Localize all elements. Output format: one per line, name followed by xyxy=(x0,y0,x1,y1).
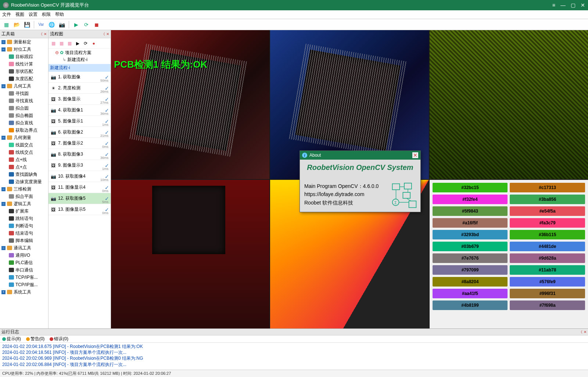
toolbox-item[interactable]: PLC通信 xyxy=(0,259,48,266)
collapse-icon[interactable]: 《 ✕ xyxy=(579,330,587,335)
color-swatch[interactable]: #996f31 xyxy=(510,289,585,298)
toolbox-item[interactable]: 边缘宽度测量 xyxy=(0,178,48,185)
flow-step[interactable]: 🖼5. 图像显示1✓1ms xyxy=(49,116,111,127)
flow-step[interactable]: 📷4. 获取图像1✓36ms xyxy=(49,105,111,116)
toolbox-item[interactable]: 灰度匹配 xyxy=(0,75,48,82)
hamburger-icon[interactable]: ≡ xyxy=(552,2,555,8)
flow-step[interactable]: 📷8. 获取图像3✓36ms xyxy=(49,149,111,160)
toolbox-category[interactable]: +系统工具 xyxy=(0,288,48,296)
color-swatch[interactable]: #7f698a xyxy=(510,300,585,310)
flow-step[interactable]: 🖼13. 图像显示5✓0ms xyxy=(49,204,111,215)
toolbox-item[interactable]: 寻找圆 xyxy=(0,90,48,97)
toolbox-category[interactable]: −几何测量 xyxy=(0,134,48,141)
flow-step[interactable]: 📷10. 获取图像4✓10ms xyxy=(49,171,111,182)
log-body[interactable]: 2024-01-02 20:04:18.675 [INFO] - RoobetV… xyxy=(0,343,588,370)
color-swatch[interactable]: #4b8199 xyxy=(433,300,508,310)
toolbox-item[interactable]: 点+点 xyxy=(0,163,48,171)
toolbox-category[interactable]: −几何工具 xyxy=(0,82,48,90)
about-close-icon[interactable]: ✕ xyxy=(412,152,418,158)
fc-record-icon[interactable]: ● xyxy=(90,40,97,47)
flow-step[interactable]: 📷6. 获取图像2✓21ms xyxy=(49,127,111,138)
view-cell-6[interactable]: #32bc15#c17313#f32fe4#3ba856#5f9843#e54f… xyxy=(430,180,588,329)
toolbox-category[interactable]: −三维检测 xyxy=(0,185,48,193)
color-swatch[interactable]: #03b679 xyxy=(433,242,508,251)
toolbox-item[interactable]: 拟合直线 xyxy=(0,119,48,127)
toolbox-item[interactable]: 寻找直线 xyxy=(0,97,48,104)
toolbox-item[interactable]: 线线交点 xyxy=(0,149,48,156)
toolbox-item[interactable]: TCP/IP服... xyxy=(0,281,48,288)
maximize-icon[interactable]: ▢ xyxy=(571,2,576,8)
collapse-icon[interactable]: 《 ✕ xyxy=(39,32,47,37)
color-swatch[interactable]: #e54f5a xyxy=(510,206,585,216)
toolbox-item[interactable]: 线性计算 xyxy=(0,60,48,68)
toolbox-item[interactable]: 点+线 xyxy=(0,156,48,163)
view-cell-1[interactable]: PCB检测1 结果为:OK xyxy=(111,30,269,179)
toolbox-item[interactable]: TCP/IP客... xyxy=(0,274,48,281)
current-flow-label[interactable]: 新建流程-i xyxy=(49,64,111,72)
flow-step[interactable]: 🖼11. 图像显示4✓0ms xyxy=(49,182,111,193)
flow-step[interactable]: 🖼7. 图像显示2✓0ms xyxy=(49,138,111,149)
fc-ic-3[interactable]: ▦ xyxy=(66,40,73,47)
color-swatch[interactable]: #7e7676 xyxy=(433,253,508,263)
toolbox-item[interactable]: 通用I/O xyxy=(0,252,48,259)
minimize-icon[interactable]: — xyxy=(560,2,566,8)
fc-ic-2[interactable]: ▦ xyxy=(58,40,65,47)
fc-play-icon[interactable]: ▶ xyxy=(74,40,81,47)
color-swatch[interactable]: #3ba856 xyxy=(510,195,585,204)
toolbox-category[interactable]: −逻辑工具 xyxy=(0,200,48,207)
toolbox-item[interactable]: 查找圆缺角 xyxy=(0,171,48,178)
menu-settings[interactable]: 设置 xyxy=(29,11,37,18)
collapse-icon[interactable]: 《 ✕ xyxy=(101,32,109,37)
flow-step[interactable]: 📷1. 获取图像✓50ms xyxy=(49,72,111,83)
toolbox-category[interactable]: −对位工具 xyxy=(0,46,48,53)
flow-step[interactable]: 🖼9. 图像显示3✓1ms xyxy=(49,160,111,171)
stop-icon[interactable]: ◼ xyxy=(93,21,101,29)
global-icon[interactable]: 🌐 xyxy=(47,21,55,29)
color-swatch[interactable]: #c17313 xyxy=(510,183,585,192)
toolbox-item[interactable]: 目标跟踪 xyxy=(0,53,48,60)
log-tab-hint[interactable]: 提示(8) xyxy=(2,336,21,342)
toolbox-item[interactable]: 拟合圆 xyxy=(0,104,48,112)
menu-file[interactable]: 文件 xyxy=(2,11,11,18)
toolbox-item[interactable]: 拟合椭圆 xyxy=(0,112,48,119)
flow-step[interactable]: 📷12. 获取图像5✓5ms xyxy=(49,193,111,204)
log-tab-err[interactable]: 错误(0) xyxy=(50,336,68,342)
tree-child[interactable]: 新建流程-i xyxy=(67,57,87,62)
toolbox-item[interactable]: 串口通信 xyxy=(0,266,48,274)
menu-view[interactable]: 视图 xyxy=(15,11,24,18)
camera-icon[interactable]: 📷 xyxy=(58,21,66,29)
color-swatch[interactable]: #576fe9 xyxy=(510,277,585,287)
loop-icon[interactable]: ⟳ xyxy=(82,21,90,29)
color-swatch[interactable]: #797099 xyxy=(433,265,508,275)
toolbox-item[interactable]: 脚本编辑 xyxy=(0,237,48,244)
color-swatch[interactable]: #f32fe4 xyxy=(433,195,508,204)
toolbox-item[interactable]: 判断语句 xyxy=(0,222,48,230)
var-edit-icon[interactable]: Var xyxy=(37,21,45,29)
log-tab-warn[interactable]: 警告(0) xyxy=(26,336,45,342)
open-folder-icon[interactable]: 📂 xyxy=(12,21,21,29)
new-file-icon[interactable]: ▦ xyxy=(2,21,10,29)
view-cell-3[interactable] xyxy=(430,30,588,179)
color-swatch[interactable]: #aa41f5 xyxy=(433,289,508,298)
fc-ic-1[interactable]: ▦ xyxy=(50,40,57,47)
menu-help[interactable]: 帮助 xyxy=(55,11,64,18)
toolbox-item[interactable]: 获取边界点 xyxy=(0,127,48,134)
view-cell-4[interactable] xyxy=(111,180,269,329)
save-icon[interactable]: 💾 xyxy=(23,21,31,29)
toolbox-category[interactable]: −测量标定 xyxy=(0,38,48,46)
color-swatch[interactable]: #8a8204 xyxy=(433,277,508,287)
color-swatch[interactable]: #5f9843 xyxy=(433,206,508,216)
toolbox-item[interactable]: 线圆交点 xyxy=(0,141,48,149)
toolbox-item[interactable]: 结束语句 xyxy=(0,230,48,237)
color-swatch[interactable]: #11ab78 xyxy=(510,265,585,275)
color-swatch[interactable]: #4481de xyxy=(510,242,585,251)
color-swatch[interactable]: #a16f5f xyxy=(433,218,508,228)
tree-root[interactable]: 项目流程方案 xyxy=(65,50,92,55)
color-swatch[interactable]: #36b115 xyxy=(510,230,585,239)
flow-step[interactable]: 🖼3. 图像显示✓27ms xyxy=(49,94,111,105)
play-icon[interactable]: ▶ xyxy=(72,21,80,29)
fc-loop-icon[interactable]: ⟳ xyxy=(82,40,89,47)
toolbox-item[interactable]: 拟合平面 xyxy=(0,193,48,200)
close-icon[interactable]: ✕ xyxy=(581,2,585,8)
about-titlebar[interactable]: i About ✕ xyxy=(300,151,420,160)
